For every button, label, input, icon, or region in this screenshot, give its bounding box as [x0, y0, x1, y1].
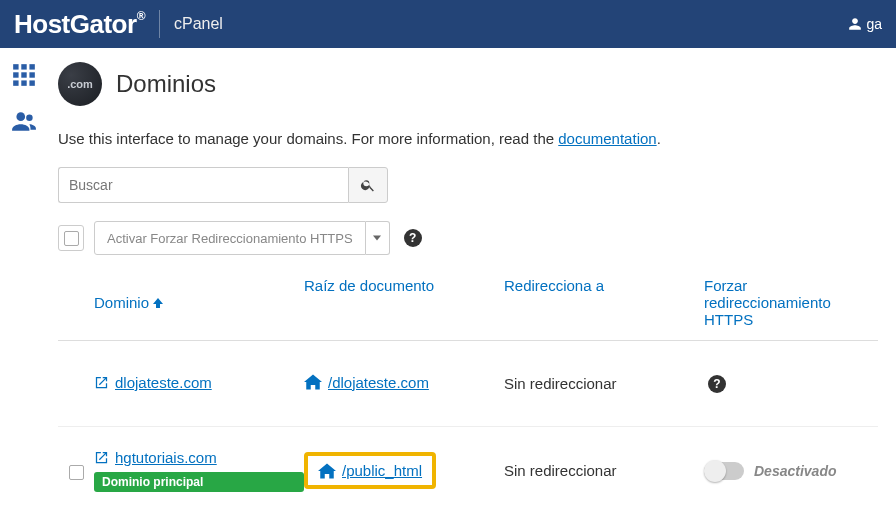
help-icon[interactable]: ?: [404, 229, 422, 247]
col-redirect[interactable]: Redirecciona a: [504, 277, 704, 328]
highlighted-doc-root: /public_html: [304, 452, 436, 489]
doc-root-link[interactable]: /dlojateste.com: [304, 374, 429, 391]
header-divider: [159, 10, 160, 38]
home-icon: [304, 374, 322, 390]
left-sidebar: [0, 48, 48, 505]
svg-rect-8: [29, 80, 34, 85]
domains-table: Dominio Raíz de documento Redirecciona a…: [58, 267, 878, 505]
redirect-value: Sin redireccionar: [504, 375, 704, 392]
user-icon: [848, 17, 862, 31]
force-https-button[interactable]: Activar Forzar Redireccionamiento HTTPS: [94, 221, 366, 255]
domain-circle-icon: .com: [58, 62, 102, 106]
svg-rect-7: [21, 80, 26, 85]
users-icon[interactable]: [9, 108, 39, 134]
svg-point-9: [16, 112, 25, 121]
col-domain[interactable]: Dominio: [94, 277, 304, 328]
svg-rect-4: [21, 72, 26, 77]
apps-grid-icon[interactable]: [9, 62, 39, 88]
intro-text: Use this interface to manage your domain…: [58, 130, 878, 147]
select-all-checkbox[interactable]: [58, 225, 84, 251]
svg-rect-5: [29, 72, 34, 77]
main-content: .com Dominios Use this interface to mana…: [48, 48, 896, 505]
svg-rect-6: [13, 80, 18, 85]
toggle-label: Desactivado: [754, 463, 836, 479]
top-header: HostGator® cPanel ga: [0, 0, 896, 48]
svg-rect-0: [13, 64, 18, 69]
documentation-link[interactable]: documentation: [558, 130, 656, 147]
user-menu[interactable]: ga: [848, 16, 882, 32]
external-link-icon: [94, 450, 109, 465]
help-icon[interactable]: ?: [708, 375, 726, 393]
domain-link[interactable]: dlojateste.com: [94, 374, 212, 391]
main-domain-badge: Dominio principal: [94, 472, 304, 492]
force-https-dropdown[interactable]: [366, 221, 390, 255]
table-row: hgtutoriais.com Dominio principal /publi…: [58, 427, 878, 505]
doc-root-link[interactable]: /public_html: [318, 462, 422, 479]
col-force-https[interactable]: Forzar redireccionamiento HTTPS: [704, 277, 878, 328]
sort-asc-icon: [153, 298, 163, 308]
svg-point-10: [26, 115, 32, 122]
user-name: ga: [866, 16, 882, 32]
page-title: Dominios: [116, 70, 216, 98]
brand-logo: HostGator®: [14, 9, 145, 40]
domain-link[interactable]: hgtutoriais.com: [94, 449, 304, 466]
chevron-down-icon: [373, 234, 381, 242]
svg-rect-2: [29, 64, 34, 69]
svg-rect-3: [13, 72, 18, 77]
table-header: Dominio Raíz de documento Redirecciona a…: [58, 267, 878, 341]
panel-label: cPanel: [174, 15, 223, 33]
col-doc-root[interactable]: Raíz de documento: [304, 277, 504, 328]
brand-text: HostGator: [14, 9, 137, 39]
search-button[interactable]: [348, 167, 388, 203]
table-row: dlojateste.com /dlojateste.com Sin redir…: [58, 341, 878, 427]
search-icon: [360, 177, 376, 193]
redirect-value: Sin redireccionar: [504, 462, 704, 479]
home-icon: [318, 463, 336, 479]
row-checkbox[interactable]: [69, 465, 84, 480]
search-input[interactable]: [58, 167, 348, 203]
external-link-icon: [94, 375, 109, 390]
https-toggle[interactable]: [704, 462, 744, 480]
svg-rect-1: [21, 64, 26, 69]
